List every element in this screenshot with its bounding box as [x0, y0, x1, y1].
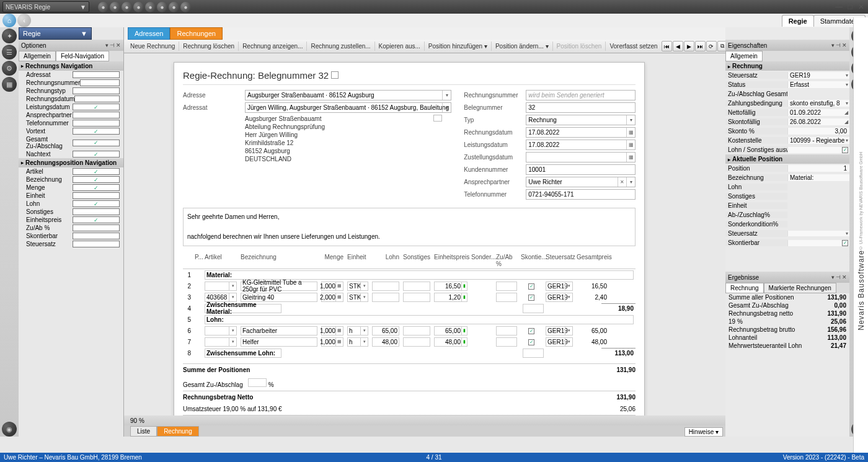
grid-row[interactable]: 6 ▾ Facharbeiter 1,000▦ h▾ 65,00 65,00▮ …: [183, 325, 636, 336]
rail-btn-bottom[interactable]: ◉: [2, 422, 17, 437]
property-row[interactable]: Skontierbar✓: [725, 238, 849, 247]
tbtn-neue[interactable]: Neue Rechnung: [126, 42, 179, 51]
rail-btn-3[interactable]: ⚙: [2, 61, 17, 76]
calendar-icon[interactable]: ▦: [626, 128, 635, 137]
hinweise-dropdown[interactable]: Hinweise ▾: [684, 427, 723, 437]
tbtn-pos-hinzu[interactable]: Position hinzufügen ▾: [424, 42, 491, 51]
pager-next[interactable]: ▶: [684, 41, 694, 51]
options-tab-allgemein[interactable]: Allgemein: [19, 51, 56, 61]
calendar-icon[interactable]: ▦: [626, 153, 635, 162]
qbtn-5[interactable]: ●: [145, 2, 156, 12]
field-toggle[interactable]: Lohn✓: [19, 200, 123, 208]
field-toggle[interactable]: Einheit: [19, 192, 123, 200]
pin-icon[interactable]: ⊣: [836, 274, 841, 280]
qbtn-2[interactable]: ●: [110, 2, 120, 12]
tbtn-zustellen[interactable]: Rechnung zustellen...: [306, 42, 374, 51]
property-row[interactable]: Position1: [725, 164, 849, 173]
pager-popout[interactable]: ⧉: [717, 41, 725, 51]
property-row[interactable]: StatusErfasst▾: [725, 80, 849, 89]
pager-last[interactable]: ⏭: [695, 41, 706, 51]
qbtn-1[interactable]: ●: [98, 2, 108, 12]
property-row[interactable]: Zahlungsbedingungskonto einstufig, 8▾: [725, 99, 849, 108]
property-row[interactable]: SteuersatzGER19▾: [725, 71, 849, 80]
field-toggle[interactable]: Nachtext✓: [19, 150, 123, 158]
close-icon[interactable]: ✕: [857, 2, 866, 11]
group-position-nav[interactable]: Rechnungsposition Navigation: [19, 158, 123, 167]
close-panel-icon[interactable]: ✕: [116, 42, 121, 48]
btab-liste[interactable]: Liste: [130, 426, 157, 437]
document-viewport[interactable]: Regie-Rechnung: Belegnummer 32 Adresse A…: [124, 53, 725, 415]
field-toggle[interactable]: Gesamt Zu-/Abschlag✓: [19, 135, 123, 150]
tbtn-loeschen[interactable]: Rechnung löschen: [179, 42, 238, 51]
pin-icon[interactable]: ⊣: [836, 42, 841, 48]
tbtn-kopieren[interactable]: Kopieren aus...: [374, 42, 424, 51]
input-adresse[interactable]: Augsburger Straßenbauamt · 86152 Augsbur…: [245, 90, 451, 100]
input-adressat[interactable]: Jürgen Willing, Augsburger Straßenbauamt…: [245, 102, 451, 113]
field-toggle[interactable]: Ansprechpartner: [19, 111, 123, 119]
grid-row[interactable]: 8Zwischensumme Lohn:113,00: [183, 347, 636, 358]
pager-prev[interactable]: ◀: [673, 41, 683, 51]
maximize-icon[interactable]: □: [846, 2, 854, 11]
field-toggle[interactable]: Rechnungstyp: [19, 87, 123, 95]
rail-btn-4[interactable]: ▦: [2, 77, 17, 92]
close-panel-icon[interactable]: ✕: [842, 274, 847, 280]
field-toggle[interactable]: Menge✓: [19, 184, 123, 192]
options-tab-feldnav[interactable]: Feld-Navigation: [56, 51, 109, 61]
qbtn-3[interactable]: ●: [122, 2, 132, 12]
property-row[interactable]: Sonstiges: [725, 192, 849, 201]
input-ap[interactable]: Uwe Richter✕▾: [526, 177, 636, 187]
subtab-rechnungen[interactable]: Rechnungen: [170, 27, 222, 40]
pin-icon[interactable]: ⊣: [110, 42, 115, 48]
grid-row[interactable]: 4Zwischensumme Material:18,90: [183, 303, 636, 314]
field-toggle[interactable]: Rechnungsdatum: [19, 95, 123, 103]
input-zdat[interactable]: ▦: [526, 152, 636, 162]
subtab-adressen[interactable]: Adressen: [128, 27, 170, 40]
field-toggle[interactable]: Adressat: [19, 71, 123, 79]
erg-tab-markiert[interactable]: Markierte Rechnungen: [764, 283, 836, 293]
field-toggle[interactable]: Leistungsdatum✓: [19, 103, 123, 111]
mail-icon[interactable]: [433, 115, 442, 122]
field-toggle[interactable]: Zu/Ab %: [19, 224, 123, 232]
qbtn-4[interactable]: ●: [133, 2, 144, 12]
field-toggle[interactable]: Rechnungsnummer: [19, 79, 123, 87]
dropdown-icon[interactable]: ▾: [831, 274, 835, 280]
tab-regie[interactable]: Regie: [782, 15, 814, 27]
field-toggle[interactable]: Sonstiges: [19, 208, 123, 216]
input-knd[interactable]: 10001: [526, 164, 636, 175]
input-zuabschlag[interactable]: [248, 378, 267, 387]
group-aktuelle-pos[interactable]: Aktuelle Position: [725, 154, 849, 164]
greeting-text[interactable]: Sehr geehrte Damen und Herren, nachfolge…: [183, 208, 636, 246]
field-toggle[interactable]: Vortext✓: [19, 127, 123, 135]
input-rdat[interactable]: 17.08.2022▦: [526, 127, 636, 138]
grid-row[interactable]: 5Lohn:: [183, 314, 636, 325]
field-toggle[interactable]: Einheitspreis✓: [19, 216, 123, 224]
grid-row[interactable]: 7 ▾ Helfer 1,000▦ h▾ 48,00 48,00▮ ✓ GER1…: [183, 336, 636, 347]
property-row[interactable]: Lohn / Sonstiges auswei...✓: [725, 145, 849, 154]
input-ldat[interactable]: 17.08.2022▦: [526, 140, 636, 150]
pager-refresh[interactable]: ⟳: [706, 41, 717, 51]
chevron-down-icon[interactable]: ▾: [626, 115, 635, 125]
qbtn-8[interactable]: ●: [180, 2, 191, 12]
rail-btn-1[interactable]: ✦: [2, 29, 17, 43]
clear-icon[interactable]: ✕: [618, 177, 626, 187]
home-button[interactable]: ⌂: [2, 14, 16, 27]
tbtn-pos-aendern[interactable]: Position ändern... ▾: [491, 42, 552, 51]
property-row[interactable]: Ab-/Zuschlag%: [725, 210, 849, 220]
property-row[interactable]: Kostenstelle100999 - Regiearbe▾: [725, 136, 849, 145]
field-toggle[interactable]: Telefonnummer: [19, 119, 123, 127]
property-row[interactable]: Skonto %3,00: [725, 127, 849, 136]
btab-rechnung[interactable]: Rechnung: [157, 426, 199, 437]
chevron-down-icon[interactable]: ▾: [442, 91, 451, 100]
app-title-dropdown[interactable]: NEVARIS Regie▼: [2, 1, 89, 12]
group-rechnung[interactable]: Rechnung: [725, 61, 849, 71]
grid-row[interactable]: 2 ▾ KG-Gleitmittel Tube a 250gr für PVC …: [183, 280, 636, 291]
tbtn-anzeigen[interactable]: Rechnung anzeigen...: [238, 42, 306, 51]
property-row[interactable]: Steuersatz▾: [725, 229, 849, 238]
property-row[interactable]: Lohn: [725, 182, 849, 192]
back-button[interactable]: ‹: [17, 14, 31, 27]
property-row[interactable]: Nettofällig01.09.2022◢: [725, 108, 849, 117]
qbtn-7[interactable]: ●: [169, 2, 179, 12]
field-toggle[interactable]: Bezeichnung✓: [19, 175, 123, 184]
tbtn-vorerfasst[interactable]: Vorerfasst setzen: [605, 42, 661, 51]
property-row[interactable]: Zu-/Abschlag Gesamt %: [725, 89, 849, 99]
